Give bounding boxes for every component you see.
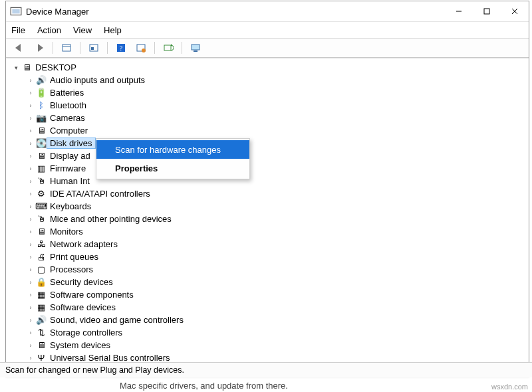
svg-rect-3: [484, 9, 489, 14]
chevron-right-icon[interactable]: ›: [26, 279, 35, 286]
menu-view[interactable]: View: [73, 25, 92, 35]
page-caption: Mac specific drivers, and update from th…: [120, 381, 288, 391]
tree-row[interactable]: ›▦Software devices: [10, 301, 527, 314]
tree-row[interactable]: ›🔊Audio inputs and outputs: [10, 74, 527, 86]
menubar: File Action View Help: [6, 22, 529, 39]
tree-row[interactable]: ›🖧Network adapters: [10, 238, 527, 250]
chevron-right-icon[interactable]: ›: [26, 153, 35, 159]
chevron-right-icon[interactable]: ›: [26, 266, 35, 273]
svg-marker-17: [171, 44, 172, 47]
tree-row-label: Storage controllers: [47, 328, 125, 338]
svg-rect-1: [12, 9, 19, 14]
tree-row-label: Human Int: [47, 176, 92, 186]
device-category-icon: 🖧: [35, 239, 47, 250]
menu-help[interactable]: Help: [104, 25, 122, 35]
tree-row[interactable]: ›🖥Display ad: [10, 149, 527, 162]
maximize-button[interactable]: [473, 1, 501, 21]
context-menu: Scan for hardware changes Properties: [96, 138, 250, 179]
tree-row[interactable]: ›🖥System devices: [10, 339, 527, 351]
chevron-right-icon[interactable]: ›: [26, 77, 35, 84]
tree-row[interactable]: ›ᛒBluetooth: [10, 99, 527, 112]
chevron-right-icon[interactable]: ›: [26, 90, 35, 96]
close-button[interactable]: [501, 1, 529, 21]
svg-rect-11: [91, 47, 94, 50]
chevron-right-icon[interactable]: ›: [26, 342, 35, 349]
tree-row-label: Sound, video and game controllers: [47, 315, 186, 325]
menu-action[interactable]: Action: [37, 25, 61, 35]
device-category-icon: 🖥: [35, 227, 47, 237]
tree-row[interactable]: ›🖱Human Int: [10, 175, 527, 187]
chevron-right-icon[interactable]: ›: [26, 241, 35, 248]
tree-row-label: Network adapters: [47, 239, 120, 249]
chevron-right-icon[interactable]: ›: [26, 304, 35, 311]
chevron-right-icon[interactable]: ›: [26, 254, 35, 260]
watermark: wsxdn.com: [491, 383, 528, 391]
chevron-right-icon[interactable]: ›: [26, 191, 35, 197]
chevron-right-icon[interactable]: ›: [26, 229, 35, 235]
tree-row-label: Universal Serial Bus controllers: [47, 353, 173, 363]
chevron-right-icon[interactable]: ›: [26, 317, 35, 324]
svg-rect-19: [194, 50, 198, 52]
device-category-icon: 💽: [35, 138, 47, 149]
chevron-right-icon[interactable]: ›: [26, 178, 35, 185]
computer-icon: 🖥: [21, 62, 33, 73]
toolbar: ?: [6, 39, 529, 58]
tree-row[interactable]: ›🔒Security devices: [10, 276, 527, 288]
ctx-properties[interactable]: Properties: [96, 159, 249, 177]
svg-marker-7: [38, 44, 43, 52]
menu-file[interactable]: File: [11, 25, 25, 35]
tree-row-label: Software devices: [47, 302, 118, 312]
tree-row-label: Processors: [47, 264, 96, 274]
tree-row-label: Bluetooth: [47, 100, 89, 110]
tree-row[interactable]: ›⇅Storage controllers: [10, 326, 527, 339]
chevron-down-icon[interactable]: ▾: [11, 64, 21, 71]
device-category-icon: 📷: [35, 113, 47, 124]
chevron-right-icon[interactable]: ›: [26, 115, 35, 122]
show-hidden-button[interactable]: [57, 40, 76, 56]
device-tree[interactable]: ▾ 🖥 DESKTOP ›🔊Audio inputs and outputs›🔋…: [6, 58, 529, 377]
remote-button[interactable]: [186, 40, 205, 56]
nav-back-button[interactable]: [10, 40, 29, 56]
status-bar: Scan for changed or new Plug and Play de…: [0, 362, 532, 377]
tree-row[interactable]: ›⌨Keyboards: [10, 200, 527, 213]
tree-row[interactable]: ›🔋Batteries: [10, 86, 527, 99]
chevron-right-icon[interactable]: ›: [26, 102, 35, 109]
tree-row-label: Computer: [47, 126, 90, 136]
tree-row[interactable]: ›🖨Print queues: [10, 250, 527, 263]
chevron-right-icon[interactable]: ›: [26, 140, 35, 147]
chevron-right-icon[interactable]: ›: [26, 330, 35, 336]
svg-rect-8: [63, 45, 70, 51]
ctx-props-label: Properties: [115, 163, 158, 173]
action-button[interactable]: [132, 40, 150, 56]
tree-row-label: Monitors: [47, 227, 86, 237]
device-category-icon: ▦: [35, 290, 47, 300]
help-button[interactable]: ?: [112, 40, 130, 56]
tree-row[interactable]: ›🔊Sound, video and game controllers: [10, 314, 527, 326]
chevron-right-icon[interactable]: ›: [26, 203, 35, 210]
device-category-icon: 🖱: [35, 214, 47, 225]
chevron-right-icon[interactable]: ›: [26, 355, 35, 361]
tree-row[interactable]: ›🖥Monitors: [10, 225, 527, 238]
tree-row[interactable]: ›▢Processors: [10, 263, 527, 276]
properties-button[interactable]: [84, 40, 103, 56]
tree-row[interactable]: ›📷Cameras: [10, 112, 527, 124]
chevron-right-icon[interactable]: ›: [26, 128, 35, 134]
tree-row[interactable]: ›▦Software components: [10, 288, 527, 301]
chevron-right-icon[interactable]: ›: [26, 292, 35, 298]
chevron-right-icon[interactable]: ›: [26, 165, 35, 172]
tree-row[interactable]: ›▥Firmware: [10, 162, 527, 175]
minimize-button[interactable]: [445, 1, 473, 21]
svg-rect-16: [164, 45, 171, 50]
app-icon: [10, 5, 22, 17]
tree-row[interactable]: ›⚙IDE ATA/ATAPI controllers: [10, 187, 527, 200]
nav-forward-button[interactable]: [30, 40, 49, 56]
device-category-icon: ▢: [35, 264, 47, 275]
scan-hardware-button[interactable]: [159, 40, 178, 56]
tree-root[interactable]: ▾ 🖥 DESKTOP: [10, 61, 527, 74]
ctx-scan-hardware[interactable]: Scan for hardware changes: [96, 140, 249, 159]
device-category-icon: ⌨: [35, 201, 47, 212]
tree-row[interactable]: ›🖱Mice and other pointing devices: [10, 213, 527, 225]
chevron-right-icon[interactable]: ›: [26, 216, 35, 223]
tree-row[interactable]: ›💽Disk drives: [10, 137, 527, 149]
tree-row[interactable]: ›🖥Computer: [10, 124, 527, 137]
